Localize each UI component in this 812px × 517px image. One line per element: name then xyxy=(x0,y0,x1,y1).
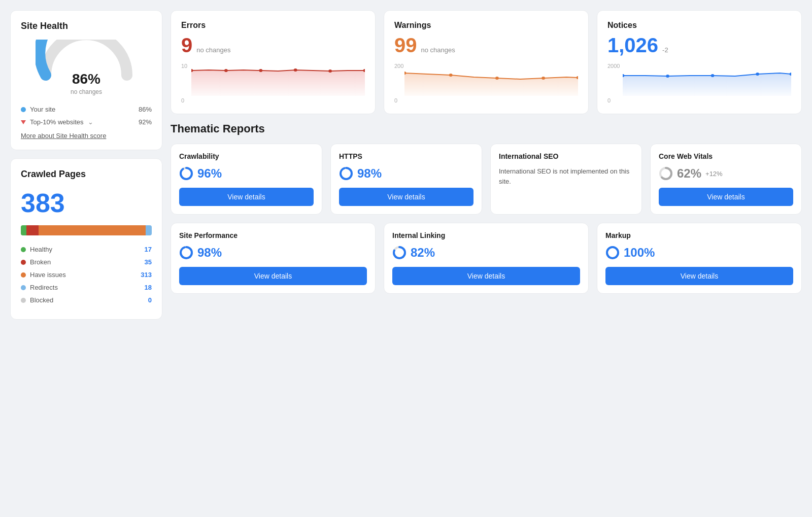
legend-healthy: Healthy 17 xyxy=(21,246,152,253)
https-score-row: 98% xyxy=(339,166,473,181)
site-health-gauge: 86% no changes xyxy=(21,40,152,95)
val-broken: 35 xyxy=(145,258,152,266)
site-perf-view-details[interactable]: View details xyxy=(179,267,367,285)
intl-seo-title: International SEO xyxy=(499,152,633,160)
notices-chart: 2000 0 xyxy=(607,63,791,104)
your-site-value: 86% xyxy=(139,106,152,113)
svg-marker-14 xyxy=(623,73,791,96)
errors-title: Errors xyxy=(181,21,365,30)
top-sites-chevron[interactable]: ⌄ xyxy=(88,118,93,126)
errors-number: 9 xyxy=(181,34,192,57)
val-blocked: 0 xyxy=(148,296,152,304)
internal-linking-title: Internal Linking xyxy=(392,231,580,239)
warnings-change: no changes xyxy=(421,46,455,54)
thematic-https: HTTPS 98% View details xyxy=(330,144,482,215)
warnings-title: Warnings xyxy=(394,21,578,30)
legend-broken: Broken 35 xyxy=(21,258,152,266)
your-site-dot xyxy=(21,107,26,112)
label-issues: Have issues xyxy=(30,271,66,279)
val-healthy: 17 xyxy=(145,246,152,253)
https-ring-icon xyxy=(339,166,353,181)
svg-point-11 xyxy=(495,77,499,80)
svg-point-18 xyxy=(756,73,759,76)
cwv-change: +12% xyxy=(705,170,723,178)
markup-score: 100% xyxy=(624,246,655,260)
svg-point-10 xyxy=(449,74,453,77)
thematic-markup: Markup 100% View details xyxy=(597,223,802,294)
cwv-score: 62% xyxy=(677,166,701,181)
thematic-row2: Site Performance 98% View details Intern… xyxy=(171,223,802,294)
left-column: Site Health 86% no changes xyxy=(10,10,162,320)
https-view-details[interactable]: View details xyxy=(339,188,473,206)
markup-view-details[interactable]: View details xyxy=(605,267,793,285)
right-column: Errors 9 no changes 10 0 xyxy=(171,10,802,320)
crawled-pages-total: 383 xyxy=(21,188,152,218)
more-link[interactable]: More about Site Health score xyxy=(21,132,152,140)
internal-linking-score: 82% xyxy=(411,246,435,260)
notices-chart-bottom: 0 xyxy=(607,97,611,104)
svg-point-4 xyxy=(259,69,262,72)
markup-ring-icon xyxy=(605,246,620,260)
thematic-site-perf: Site Performance 98% View details xyxy=(171,223,376,294)
intl-seo-desc: International SEO is not implemented on … xyxy=(499,166,633,186)
internal-linking-view-details[interactable]: View details xyxy=(392,267,580,285)
label-blocked: Blocked xyxy=(30,296,53,304)
svg-point-27 xyxy=(181,247,192,258)
dot-redirects xyxy=(21,285,26,290)
top-sites-icon xyxy=(21,120,26,124)
dot-blocked xyxy=(21,298,26,303)
site-perf-ring-icon xyxy=(179,246,193,260)
your-site-legend: Your site 86% xyxy=(21,106,152,113)
cwv-ring-icon xyxy=(659,166,673,181)
internal-linking-score-row: 82% xyxy=(392,246,580,260)
pb-broken xyxy=(26,225,38,235)
thematic-reports-section: Thematic Reports Crawlability 96% View d… xyxy=(171,122,802,302)
gauge-center: 86% no changes xyxy=(36,71,137,95)
errors-card: Errors 9 no changes 10 0 xyxy=(171,10,376,114)
svg-marker-1 xyxy=(191,70,365,96)
top-sites-legend: Top-10% websites ⌄ 92% xyxy=(21,118,152,126)
markup-title: Markup xyxy=(605,231,793,239)
internal-linking-ring-icon xyxy=(392,246,407,260)
legend-issues: Have issues 313 xyxy=(21,271,152,279)
svg-point-12 xyxy=(542,77,545,80)
svg-point-6 xyxy=(328,70,332,73)
https-score: 98% xyxy=(357,166,382,181)
crawlability-title: Crawlability xyxy=(179,152,314,160)
site-perf-title: Site Performance xyxy=(179,231,367,239)
errors-change: no changes xyxy=(196,46,230,54)
svg-point-16 xyxy=(666,75,669,78)
top-sites-value: 92% xyxy=(139,118,152,126)
label-broken: Broken xyxy=(30,258,51,266)
crawlability-score: 96% xyxy=(197,166,222,181)
notices-chart-top: 2000 xyxy=(607,63,620,69)
crawlability-view-details[interactable]: View details xyxy=(179,188,314,206)
crawlability-score-row: 96% xyxy=(179,166,314,181)
errors-chart-top: 10 xyxy=(181,63,187,69)
pb-healthy xyxy=(21,225,26,235)
thematic-internal-linking: Internal Linking 82% View details xyxy=(384,223,589,294)
dot-healthy xyxy=(21,247,26,252)
site-perf-score: 98% xyxy=(197,246,222,260)
val-redirects: 18 xyxy=(145,284,152,291)
cwv-view-details[interactable]: View details xyxy=(659,188,793,206)
crawled-pages-card: Crawled Pages 383 Healthy 17 Broken xyxy=(10,158,162,320)
svg-point-23 xyxy=(341,168,352,179)
svg-point-17 xyxy=(711,74,715,77)
label-redirects: Redirects xyxy=(30,284,58,291)
markup-score-row: 100% xyxy=(605,246,793,260)
notices-change: -2 xyxy=(662,46,668,54)
top-sites-label: Top-10% websites xyxy=(30,118,84,126)
warnings-chart: 200 0 xyxy=(394,63,578,104)
warnings-chart-top: 200 xyxy=(394,63,403,69)
notices-card: Notices 1,026 -2 2000 0 xyxy=(597,10,802,114)
notices-title: Notices xyxy=(607,21,791,30)
legend-blocked: Blocked 0 xyxy=(21,296,152,304)
site-health-card: Site Health 86% no changes xyxy=(10,10,162,150)
warnings-card: Warnings 99 no changes 200 0 xyxy=(384,10,589,114)
warnings-chart-bottom: 0 xyxy=(394,97,397,104)
notices-number: 1,026 xyxy=(607,34,658,57)
warnings-number: 99 xyxy=(394,34,417,57)
gauge-subtext: no changes xyxy=(71,88,102,95)
thematic-title: Thematic Reports xyxy=(171,122,802,135)
